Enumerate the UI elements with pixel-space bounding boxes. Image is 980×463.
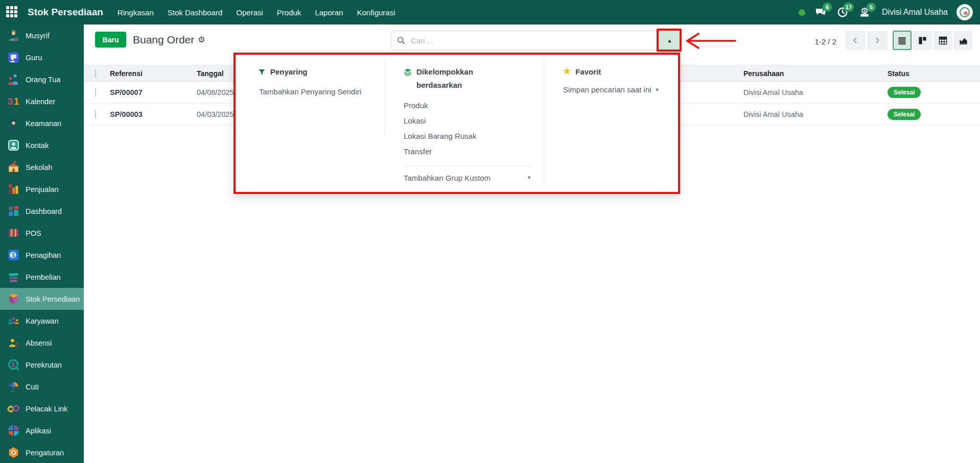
online-status-dot <box>799 9 805 16</box>
sidebar-item-label: Perekrutan <box>26 361 62 369</box>
group-by-title: Dikelompokkan berdasarkan <box>416 65 506 92</box>
menu-item-produk[interactable]: Produk <box>277 8 301 17</box>
svg-text:3: 3 <box>7 96 12 107</box>
sidebar-item-cuti[interactable]: Cuti <box>0 376 84 398</box>
sidebar-item-penagihan[interactable]: $ Penagihan <box>0 244 84 266</box>
sekolah-icon <box>7 161 20 174</box>
group-by-lokasi[interactable]: Lokasi <box>404 113 539 129</box>
row-checkbox[interactable] <box>95 88 96 97</box>
menu-item-laporan[interactable]: Laporan <box>315 8 343 17</box>
perekrutan-icon <box>7 358 20 372</box>
group-by-lokasi-barang-rusak[interactable]: Lokasi Barang Rusak <box>404 129 539 144</box>
group-by-separator <box>404 166 531 166</box>
sidebar-item-label: Musyrif <box>26 32 50 40</box>
search-input[interactable] <box>411 31 658 50</box>
add-custom-filter-item[interactable]: Tambahkan Penyaring Sendiri <box>259 87 379 96</box>
group-by-options: Produk Lokasi Lokasi Barang Rusak Transf… <box>404 98 539 159</box>
dashboard-icon <box>7 205 20 218</box>
favorites-section: ★ Favorit Simpan pencarian saat ini ▼ <box>544 55 678 192</box>
activities-clock-icon[interactable]: 17 <box>836 6 849 19</box>
cuti-icon <box>7 380 20 394</box>
group-by-transfer[interactable]: Transfer <box>404 144 539 159</box>
pager-previous-button[interactable] <box>845 31 866 50</box>
column-header-status[interactable]: Status <box>888 69 909 78</box>
apps-grid-icon[interactable] <box>6 6 18 18</box>
sidebar-item-karyawan[interactable]: Karyawan <box>0 310 84 332</box>
sidebar-item-label: Keamanan <box>26 119 61 128</box>
approvals-money-icon[interactable]: $ 5 <box>858 6 871 19</box>
user-avatar[interactable] <box>956 4 973 20</box>
sidebar-item-label: Penjualan <box>26 185 59 193</box>
search-dropdown-toggle[interactable]: ▲ <box>658 31 681 50</box>
row-checkbox[interactable] <box>95 110 96 119</box>
caret-down-icon: ▼ <box>527 175 531 180</box>
search-icon <box>391 31 411 50</box>
cell-referensi: SP/00007 <box>110 88 143 96</box>
add-custom-group-item[interactable]: Tambahkan Grup Kustom ▼ <box>404 174 531 182</box>
sidebar-item-sekolah[interactable]: Sekolah <box>0 156 84 178</box>
musyrif-icon <box>7 29 20 42</box>
save-current-search-item[interactable]: Simpan pencarian saat ini ▼ <box>563 85 673 94</box>
gear-icon[interactable]: ⚙ <box>198 36 205 44</box>
pager-range: 1-2 / 2 <box>814 37 836 46</box>
sidebar-item-label: Cuti <box>26 383 39 391</box>
sidebar-item-stok-persediaan[interactable]: Stok Persediaan <box>0 288 84 310</box>
sidebar-item-label: POS <box>26 229 41 237</box>
group-by-section: Dikelompokkan berdasarkan Produk Lokasi … <box>384 55 544 192</box>
aplikasi-icon <box>7 424 20 437</box>
menu-item-konfigurasi[interactable]: Konfigurasi <box>357 8 395 17</box>
sidebar-item-guru[interactable]: Guru <box>0 46 84 68</box>
list-view-button[interactable] <box>893 31 912 50</box>
sidebar-item-orang-tua[interactable]: Orang Tua <box>0 68 84 90</box>
menu-item-operasi[interactable]: Operasi <box>236 8 263 17</box>
menu-item-ringkasan[interactable]: Ringkasan <box>118 8 154 17</box>
sidebar-item-kalender[interactable]: 31 Kalender <box>0 90 84 112</box>
sidebar-item-pembelian[interactable]: Pembelian <box>0 266 84 288</box>
sidebar-item-label: Kontak <box>26 141 49 150</box>
column-header-tanggal[interactable]: Tanggal <box>197 69 224 78</box>
company-switcher[interactable]: Divisi Amal Usaha <box>882 8 948 17</box>
kanban-view-button[interactable] <box>913 31 932 50</box>
penagihan-icon: $ <box>7 249 20 262</box>
pivot-view-button[interactable] <box>934 31 952 50</box>
sidebar-item-perekrutan[interactable]: Perekrutan <box>0 354 84 376</box>
svg-text:1: 1 <box>14 96 19 107</box>
select-all-checkbox[interactable] <box>95 69 96 78</box>
absensi-icon <box>7 336 20 350</box>
kalender-icon: 31 <box>7 95 20 108</box>
sidebar-item-aplikasi[interactable]: Aplikasi <box>0 420 84 442</box>
sidebar-item-musyrif[interactable]: Musyrif <box>0 25 84 46</box>
sidebar-item-keamanan[interactable]: Keamanan <box>0 112 84 134</box>
messages-icon[interactable]: 6 <box>814 6 827 19</box>
cell-tanggal: 04/03/2025 <box>197 110 234 118</box>
graph-view-button[interactable] <box>954 31 973 50</box>
pos-icon <box>7 227 20 240</box>
orang-tua-icon <box>7 73 20 86</box>
favorites-title: Favorit <box>575 65 601 79</box>
messages-badge: 6 <box>823 3 832 12</box>
column-header-perusahaan[interactable]: Perusahaan <box>743 69 784 78</box>
sidebar-item-penjualan[interactable]: Penjualan <box>0 178 84 200</box>
group-by-produk[interactable]: Produk <box>404 98 539 113</box>
status-badge: Selesai <box>888 109 921 120</box>
sidebar-item-pengaturan[interactable]: Pengaturan <box>0 442 84 463</box>
sidebar-item-pos[interactable]: POS <box>0 222 84 244</box>
sidebar-item-label: Stok Persediaan <box>26 295 80 303</box>
column-header-referensi[interactable]: Referensi <box>110 69 143 78</box>
sidebar-item-dashboard[interactable]: Dashboard <box>0 200 84 222</box>
sidebar-item-absensi[interactable]: Absensi <box>0 332 84 354</box>
cell-perusahaan: Divisi Amal Usaha <box>743 110 803 118</box>
filter-icon <box>258 65 266 80</box>
app-title: Stok Persediaan <box>28 7 103 18</box>
pager-next-button[interactable] <box>867 31 888 50</box>
sidebar-item-pelacak-link[interactable]: Pelacak Link <box>0 398 84 420</box>
new-record-button[interactable]: Baru <box>95 32 126 47</box>
search-options-dropdown: Penyaring Tambahkan Penyaring Sendiri Di… <box>234 53 680 194</box>
add-custom-group-label: Tambahkan Grup Kustom <box>404 174 491 182</box>
sidebar-item-label: Karyawan <box>26 317 58 325</box>
stok-persediaan-icon <box>7 293 20 306</box>
status-badge: Selesai <box>888 87 921 98</box>
sidebar-item-kontak[interactable]: Kontak <box>0 134 84 156</box>
menu-item-stok-dashboard[interactable]: Stok Dashboard <box>168 8 223 17</box>
pivot-view-icon <box>938 36 948 45</box>
